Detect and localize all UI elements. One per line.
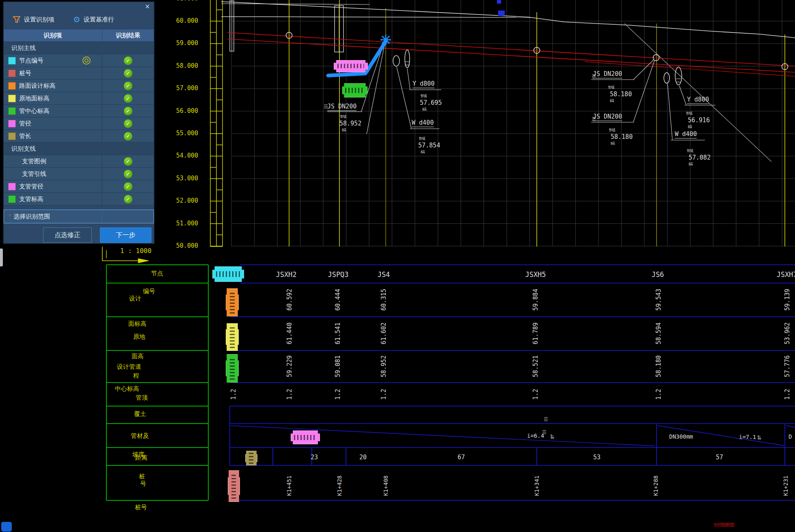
recognition-table: 识别主线节点编号✓桩号✓路面设计标高✓原地面标高✓管中心标高✓管径✓管长✓识别支… (4, 42, 154, 205)
gear-icon: ⚙ (73, 15, 80, 24)
design-pipe-line (227, 39, 795, 72)
highlight-branch-elevation (342, 83, 367, 97)
recognition-item-row[interactable]: 支管管径✓ (4, 180, 154, 193)
select-range-label: 选择识别范围 (14, 213, 50, 221)
color-swatch-icon (8, 120, 16, 128)
recognition-item-row[interactable]: 路面设计标高✓ (4, 80, 154, 92)
leader-line (407, 69, 410, 89)
drawing-title-note: 给水管道纵断面图 (714, 521, 734, 528)
check-icon: ✓ (124, 132, 132, 141)
design-pipe-line (585, 62, 795, 76)
item-label: 管长 (19, 132, 31, 140)
item-label: 节点编号 (19, 57, 43, 65)
blue-glyph (497, 0, 501, 4)
color-swatch-icon (8, 132, 16, 140)
highlight-pipe-center-elevation (226, 354, 239, 383)
item-label: 支管标高 (19, 195, 43, 203)
leader-line (633, 61, 655, 122)
recognition-item-row[interactable]: 原地面标高✓ (4, 92, 154, 105)
section-header-row: 识别支线 (4, 143, 154, 155)
recognition-item-row[interactable]: 节点编号✓ (4, 54, 154, 67)
recognition-item-row[interactable]: 支管标高✓ (4, 193, 154, 205)
blue-glyph (498, 11, 505, 16)
recognition-table-header: 识别项 识别结果 (4, 29, 154, 42)
taskbar-chip[interactable] (1, 522, 12, 532)
recognition-dialog: × 设置识别项 ⚙ 设置基准行 识别项 识别结果 识别主线节点编号✓桩号✓路面设… (3, 2, 154, 244)
check-icon: ✓ (124, 195, 132, 203)
close-icon[interactable]: × (143, 3, 151, 10)
next-step-button[interactable]: 下一步 (100, 227, 151, 243)
scale-note: 1 : 1000 (120, 247, 151, 255)
highlight-road-elevation (226, 288, 239, 316)
road-line (221, 17, 531, 17)
header-item-column: 识别项 (4, 29, 102, 41)
recognition-item-row[interactable]: 支管引线✓ (4, 168, 154, 180)
color-swatch-icon (8, 69, 16, 77)
check-icon: ✓ (124, 119, 132, 128)
recognition-item-row[interactable]: 管径✓ (4, 117, 154, 130)
recognition-item-row[interactable]: 桩号✓ (4, 67, 154, 80)
check-icon: ✓ (124, 170, 132, 178)
dialog-titlebar: × (4, 2, 154, 13)
section-header-row: 识别主线 (4, 42, 154, 54)
check-icon: ✓ (124, 94, 132, 103)
scale-symbol (138, 259, 148, 263)
manhole-symbol (664, 73, 670, 83)
set-recognition-items-label: 设置识别项 (24, 16, 54, 24)
road-edge-line (221, 4, 369, 4)
target-icon (82, 56, 91, 65)
color-swatch-icon (8, 107, 16, 115)
item-label: 路面设计标高 (19, 82, 56, 90)
filter-icon (13, 15, 21, 24)
highlight-chainage (228, 470, 240, 502)
color-swatch-icon (8, 57, 16, 65)
set-baseline-row-label: 设置基准行 (84, 16, 114, 24)
manhole-symbol (393, 56, 400, 66)
item-label: 支管图例 (22, 158, 46, 165)
leader-line (397, 67, 411, 128)
highlight-node-number (212, 266, 244, 282)
highlight-pipe-length (245, 451, 257, 465)
highlight-pipe-diameter (334, 60, 368, 72)
check-icon: ✓ (124, 82, 132, 90)
check-icon: ✓ (124, 107, 132, 115)
pick-correct-button[interactable]: 点选修正 (43, 227, 92, 243)
recognition-item-row[interactable]: 支管图例✓ (4, 155, 154, 168)
color-swatch-icon (8, 82, 16, 90)
required-asterisk: * (8, 213, 11, 220)
slope-indicator (786, 426, 795, 427)
recognition-item-row[interactable]: 管长✓ (4, 130, 154, 143)
color-swatch-icon (8, 95, 16, 102)
set-baseline-row-button[interactable]: ⚙ 设置基准行 (73, 15, 114, 24)
recognition-item-row[interactable]: 管中心标高✓ (4, 105, 154, 117)
header-result-column: 识别结果 (102, 29, 154, 41)
item-label: 管中心标高 (19, 107, 50, 115)
design-pipe-line (227, 32, 795, 66)
set-recognition-items-button[interactable]: 设置识别项 (13, 15, 54, 24)
highlight-pipe-spec (291, 430, 320, 444)
highlight-ground-elevation (226, 323, 239, 351)
item-label: 原地面标高 (19, 95, 50, 102)
select-recognition-range-row[interactable]: * 选择识别范围 (4, 210, 154, 223)
check-icon: ✓ (124, 69, 132, 78)
check-icon: ✓ (124, 56, 132, 65)
color-swatch-icon (8, 183, 16, 190)
app-canvas: 61.00060.00059.00058.00057.00056.00055.0… (0, 0, 795, 532)
dialog-toolbar: 设置识别项 ⚙ 设置基准行 (4, 13, 154, 26)
leader-line (668, 84, 672, 140)
ground-line (221, 2, 795, 38)
slope-indicator (658, 426, 784, 445)
item-label: 桩号 (19, 69, 31, 77)
item-label: 支管引线 (22, 170, 46, 178)
slope-line (624, 24, 771, 162)
item-label: 支管管径 (19, 183, 43, 190)
item-label: 管径 (19, 120, 31, 128)
check-icon: ✓ (124, 157, 132, 166)
check-icon: ✓ (124, 182, 132, 191)
color-swatch-icon (8, 195, 16, 203)
panel-collapse-tab[interactable] (0, 249, 3, 266)
